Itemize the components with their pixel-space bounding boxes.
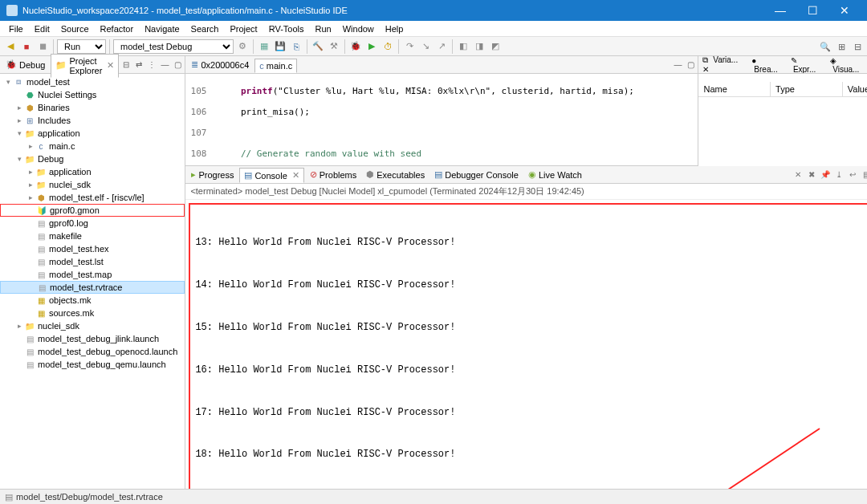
console-clear-icon[interactable]: ✕ [792,170,804,179]
tree-qemu[interactable]: model_test_debug_qemu.launch [38,360,166,369]
debug-icon[interactable]: 🐞 [348,39,363,54]
console-subtitle: <terminated> model_test Debug [Nuclei Mo… [185,184,867,200]
menu-file[interactable]: File [3,22,29,35]
skip-icon[interactable]: ◼ [35,39,50,54]
debug-config-select[interactable]: model_test Debug [113,39,234,54]
console-wrap-icon[interactable]: ↩ [847,170,858,179]
col-value[interactable]: Value [843,82,867,96]
col-type[interactable]: Type [771,82,843,96]
tree-debug-app[interactable]: application [49,167,92,177]
max-icon[interactable]: ▢ [172,60,183,69]
save-icon[interactable]: 💾 [273,39,287,54]
col-name[interactable]: Name [698,82,771,96]
new-icon[interactable]: ▦ [257,39,271,54]
statusbar: ▤ model_test/Debug/model_test.rvtrace [0,489,867,504]
tab-console[interactable]: ▤Console✕ [239,168,303,183]
buildall-icon[interactable]: ⚒ [327,39,341,54]
tab-variables[interactable]: ⧉ Varia... ✕ [700,56,748,74]
tree-lst[interactable]: model_test.lst [49,257,104,266]
menu-search[interactable]: Search [185,22,225,35]
perspective-switcher[interactable]: 🔍 ⊞ ⊟ [819,42,864,52]
console-scroll-icon[interactable]: ⤓ [833,170,845,179]
tree-openocd[interactable]: model_test_debug_openocd.launch [38,347,177,356]
tab-problems[interactable]: ⊘Problems [306,168,360,181]
min-icon[interactable]: — [159,60,170,69]
console-pin-icon[interactable]: 📌 [820,170,831,179]
tab-addr[interactable]: ≣0x200006c4 [187,58,253,71]
tree-objects[interactable]: objects.mk [49,295,92,305]
tab-project-explorer[interactable]: 📁Project Explorer✕ [51,54,119,78]
tree-rvtrace[interactable]: model_test.rvtrace [50,282,122,292]
tree-project[interactable]: model_test [26,77,70,87]
tree-map[interactable]: model_test.map [49,270,112,279]
tree-binaries[interactable]: Binaries [38,103,70,112]
build-icon[interactable]: 🔨 [311,39,325,54]
console-line: 17: Hello World From Nuclei RISC-V Proce… [195,402,867,423]
menu-rvtools[interactable]: RV-Tools [263,22,310,35]
project-tree[interactable]: ▾⧈model_test ⬣Nuclei Settings ▸⬢Binaries… [0,74,185,489]
tree-hex[interactable]: model_test.hex [49,244,109,254]
tree-elf[interactable]: model_test.elf - [riscv/le] [49,193,144,202]
maximize-button[interactable]: ☐ [796,0,828,21]
console-body[interactable]: 13: Hello World From Nuclei RISC-V Proce… [185,200,867,489]
tree-gprof-log[interactable]: gprof0.log [49,218,88,228]
back-icon[interactable]: ◀ [3,39,18,54]
collapse-icon[interactable]: ⊟ [120,60,132,69]
window-titlebar: NucleiStudio_workspace202412 - model_tes… [0,0,867,21]
tree-main-c[interactable]: main.c [49,141,75,151]
perspective-c-icon[interactable]: ⊞ [835,42,848,52]
gear-icon[interactable]: ⚙ [235,39,250,54]
saveall-icon[interactable]: ⎘ [289,39,303,54]
tree-jlink[interactable]: model_test_debug_jlink.launch [38,334,159,343]
tree-includes[interactable]: Includes [38,116,71,125]
menu-source[interactable]: Source [55,22,95,35]
tree-debug[interactable]: Debug [38,154,63,164]
profile-icon[interactable]: ⏱ [381,39,395,54]
tab-executables[interactable]: ⬢Executables [362,168,429,181]
menu-refactor[interactable]: Refactor [95,22,140,35]
misc1-icon[interactable]: ◧ [456,39,470,54]
menu-edit[interactable]: Edit [29,22,55,35]
menu-help[interactable]: Help [380,22,409,35]
misc3-icon[interactable]: ◩ [488,39,503,54]
step-icon[interactable]: ↷ [402,39,417,54]
code-editor[interactable]: 105 printf("Cluster %lu, Hart %lu, MISA:… [185,74,698,166]
tree-makefile[interactable]: makefile [49,231,82,241]
run-icon[interactable]: ▶ [364,39,379,54]
close-button[interactable]: ✕ [828,0,861,21]
menu-run[interactable]: Run [310,22,337,35]
minimize-button[interactable]: — [764,0,796,21]
stepinto-icon[interactable]: ↘ [418,39,433,54]
tab-debug[interactable]: 🐞Debug [2,58,49,71]
menu-window[interactable]: Window [337,22,380,35]
editor-max-icon[interactable]: ▢ [685,60,696,69]
run-mode-select[interactable]: Run [57,39,106,54]
tab-main-c[interactable]: cmain.c [254,59,297,73]
tab-live-watch[interactable]: ◉Live Watch [524,168,586,181]
tab-progress[interactable]: ▸Progress [187,168,238,181]
filter-icon[interactable]: ⋮ [146,60,157,69]
console-toolbar[interactable]: ✕ ✖ 📌 ⤓ ↩ ▤ ▦ — ▢ [792,170,867,179]
tree-application[interactable]: application [38,128,80,138]
stop-icon[interactable]: ■ [19,39,34,54]
misc2-icon[interactable]: ◨ [472,39,486,54]
search-icon[interactable]: 🔍 [819,42,832,52]
tab-visualizer[interactable]: ◈ Visua... [828,56,867,74]
tree-nuclei-settings[interactable]: Nuclei Settings [38,90,96,100]
stepout-icon[interactable]: ↗ [434,39,449,54]
perspective-debug-icon[interactable]: ⊟ [851,42,864,52]
tree-debug-sdk[interactable]: nuclei_sdk [49,180,91,189]
editor-min-icon[interactable]: — [672,60,683,69]
tree-sources[interactable]: sources.mk [49,308,94,318]
menu-project[interactable]: Project [224,22,263,35]
console-removeall-icon[interactable]: ✖ [806,170,817,179]
tree-gmon[interactable]: gprof0.gmon [50,205,100,215]
tab-debugger-console[interactable]: ▤Debugger Console [430,168,523,181]
explorer-toolbar[interactable]: ⊟ ⇄ ⋮ — ▢ [120,60,183,69]
tree-nuclei-sdk[interactable]: nuclei_sdk [38,321,79,331]
link-icon[interactable]: ⇄ [133,60,144,69]
console-display-icon[interactable]: ▤ [861,170,867,179]
tab-expressions[interactable]: ✎ Expr... [788,56,827,74]
menu-navigate[interactable]: Navigate [139,22,185,35]
tab-breakpoints[interactable]: ● Brea... [749,56,788,74]
